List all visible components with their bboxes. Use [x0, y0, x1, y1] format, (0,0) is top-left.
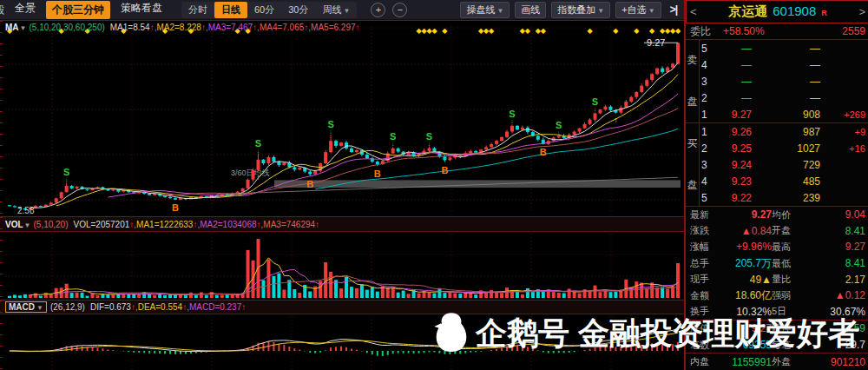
stat-value: ▲0.84: [718, 225, 772, 237]
indicator-value: VOL=2057201: [74, 220, 130, 229]
sell-level-row[interactable]: 19.27908+269: [700, 106, 868, 122]
stock-header: < 京运通 601908 R >: [686, 0, 868, 23]
svg-text:◆: ◆: [649, 27, 655, 35]
sell-level-row[interactable]: 4——: [700, 56, 868, 73]
next-stock-arrow[interactable]: >: [858, 5, 865, 18]
candlestick-chart-canvas[interactable]: 3/60日均线◆◆◆◆◆◆◆◆◆◆◆◆◆◆◆◆◆◆◆◆◆◆◆◆◆◆◆◆S↓S↓S…: [0, 21, 684, 216]
svg-text:2.58: 2.58: [17, 206, 35, 215]
level-volume: 485: [752, 175, 820, 188]
buy-level-row[interactable]: 49.23485: [700, 173, 868, 189]
indicator-label[interactable]: MA▼: [5, 23, 26, 32]
margin-flag: R: [821, 9, 827, 17]
sell-level-row[interactable]: 3——: [700, 73, 868, 89]
level-price: 9.23: [713, 175, 752, 188]
period-tab[interactable]: 60分: [247, 2, 281, 18]
stat-label: 涨幅: [690, 241, 718, 254]
chart-column: 股 全景个股三分钟策略看盘 分时日线60分30分周线▼ + − 操盘线▼画线指数…: [0, 0, 684, 370]
stock-name: 京运通: [728, 3, 767, 20]
stat-value: 8.41: [799, 257, 865, 269]
view-tab[interactable]: 策略看盘: [121, 1, 162, 19]
volume-pane: VOL▼(5,10,20)VOL=2057201↑,MA1=1222633↑,M…: [0, 216, 684, 300]
tool-button[interactable]: +自选▼: [615, 2, 661, 18]
buy-level-row[interactable]: 59.22239: [700, 189, 868, 206]
buy-book: 买盘 19.26987+929.251027+1639.2472949.2348…: [686, 123, 868, 207]
tool-button[interactable]: 指数叠加▼: [551, 2, 610, 18]
svg-text:9.27: 9.27: [647, 37, 665, 48]
level-volume: 987: [752, 126, 820, 138]
tool-button[interactable]: 操盘线▼: [460, 2, 510, 18]
stat-label: 最新: [690, 208, 718, 221]
sell-side-char: 卖: [687, 53, 698, 68]
buy-level-row[interactable]: 39.24729: [700, 156, 868, 173]
indicator-value: MA3=746294: [263, 220, 315, 229]
buy-level-row[interactable]: 19.26987+9: [700, 123, 868, 140]
weibi-value: +58.50%: [723, 25, 765, 37]
indicator-value: DEA=0.554: [138, 302, 182, 312]
period-tab[interactable]: 分时: [181, 2, 214, 18]
buy-rows: 19.26987+929.251027+1639.2472949.2348559…: [700, 123, 868, 206]
period-tab[interactable]: 日线: [214, 2, 247, 18]
stat-value: 8.41: [799, 225, 865, 237]
sell-level-row[interactable]: 2——: [700, 89, 868, 106]
stat-label: 总手: [690, 257, 718, 270]
svg-text:↓: ↓: [329, 129, 332, 135]
view-tab[interactable]: 个股三分钟: [46, 1, 110, 19]
stat-row: 现手49▲量比2.17: [686, 271, 868, 287]
macd-indicator-readout[interactable]: MACD▼(26,12,9)DIF=0.673↑,DEA=0.554↑,MACD…: [0, 301, 684, 314]
stat-label: 最低: [772, 257, 799, 270]
stat-value: 2.17: [799, 274, 865, 286]
view-tab[interactable]: 全景: [15, 1, 36, 19]
stat-value: 29.7: [799, 339, 865, 351]
level-price: —: [713, 76, 752, 88]
stock-trading-app: 股 全景个股三分钟策略看盘 分时日线60分30分周线▼ + − 操盘线▼画线指数…: [0, 0, 868, 370]
stat-label: 均价: [772, 208, 799, 221]
svg-text:◆: ◆: [525, 27, 531, 35]
svg-text:B: B: [306, 179, 313, 189]
stat-row: 最新9.27均价9.04: [686, 207, 868, 223]
stat-value: 9.04: [799, 208, 865, 221]
indicator-label[interactable]: VOL▼: [5, 220, 30, 229]
volume-indicator-readout[interactable]: VOL▼(5,10,20)VOL=2057201↑,MA1=1222633↑,M…: [0, 217, 684, 232]
svg-text:B: B: [441, 165, 448, 175]
period-tab[interactable]: 周线▼: [316, 2, 358, 18]
top-toolbar: 股 全景个股三分钟策略看盘 分时日线60分30分周线▼ + − 操盘线▼画线指数…: [0, 0, 684, 20]
indicator-label[interactable]: MACD▼: [5, 301, 47, 313]
stat-row: 换手10.32%5日30.67%: [686, 304, 868, 321]
indicator-value: MACD=0.237: [189, 302, 241, 312]
zoom-in-button[interactable]: +: [371, 3, 385, 17]
level-volume: 729: [752, 159, 820, 171]
macd-chart-canvas[interactable]: [0, 314, 684, 370]
svg-text:↓: ↓: [257, 148, 260, 154]
svg-text:◆: ◆: [442, 27, 448, 35]
prev-stock-arrow[interactable]: <: [690, 5, 697, 18]
svg-text:◆: ◆: [587, 27, 593, 35]
level-volume: —: [752, 92, 820, 104]
zoom-out-button[interactable]: −: [392, 3, 407, 17]
stat-value: 7.59: [799, 322, 865, 334]
svg-text:↑: ↑: [614, 116, 618, 124]
level-number: 1: [701, 109, 713, 121]
ma-indicator-readout[interactable]: MA▼(5,10,20,30,60,250)MA1=8.54↑,MA2=8.22…: [5, 23, 360, 32]
indicator-value: MA2=1034068: [200, 220, 256, 229]
level-change: +16: [820, 143, 865, 154]
level-number: 3: [701, 76, 713, 88]
level-volume: —: [752, 76, 820, 88]
svg-text:◆: ◆: [634, 27, 640, 35]
svg-text:↓: ↓: [391, 141, 395, 147]
chart-tool-buttons: 操盘线▼画线指数叠加▼+自选▼: [460, 2, 661, 18]
volume-chart-canvas[interactable]: [0, 232, 684, 301]
up-arrow-icon: ↑: [241, 302, 246, 312]
svg-text:B: B: [540, 147, 547, 157]
stat-label: 现手: [690, 273, 718, 286]
collapse-panel-icon[interactable]: >|: [670, 3, 677, 16]
tool-button[interactable]: 画线: [515, 2, 546, 18]
stat-value: 205.7万: [718, 256, 772, 271]
stat-label: 5日: [772, 305, 799, 318]
stat-row: 笔数69255每笔29.7: [686, 337, 868, 354]
sell-level-row[interactable]: 5——: [700, 40, 868, 56]
stat-value: 1155991: [718, 356, 772, 368]
view-tabs: 全景个股三分钟策略看盘: [4, 1, 162, 19]
period-tab[interactable]: 30分: [281, 2, 315, 18]
buy-level-row[interactable]: 29.251027+16: [700, 140, 868, 156]
weicha-value: 2559: [842, 25, 865, 37]
